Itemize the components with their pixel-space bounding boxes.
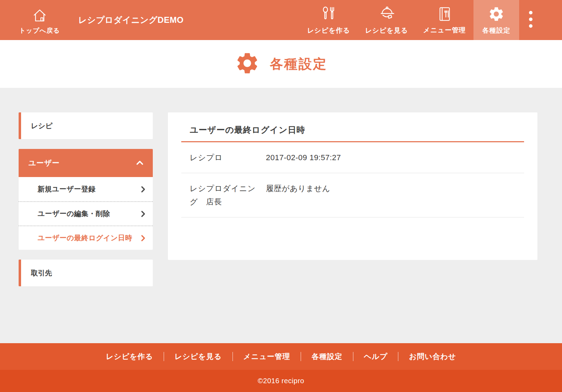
app-header: トップへ戻る レシプロダイニングDEMO レシピを作る bbox=[0, 0, 562, 40]
footer-link-view-recipe[interactable]: レシピを見る bbox=[164, 352, 232, 361]
chevron-up-icon bbox=[135, 158, 144, 168]
sidebar-group-user-items: 新規ユーザー登録 ユーザーの編集・削除 ユーザーの最終ログイン日時 bbox=[19, 177, 153, 250]
sidebar-group-user-header[interactable]: ユーザー bbox=[19, 149, 153, 177]
footer-link-settings[interactable]: 各種設定 bbox=[301, 352, 353, 361]
sidebar-item-recipe[interactable]: レシピ bbox=[19, 112, 153, 139]
user-name: レシプロ bbox=[190, 151, 260, 164]
last-login-value: 履歴がありません bbox=[266, 182, 330, 208]
vertical-dots-icon bbox=[529, 11, 533, 30]
brand-title: レシプロダイニングDEMO bbox=[78, 14, 184, 26]
sidebar-group-user: ユーザー 新規ユーザー登録 ユーザーの編集・削除 bbox=[19, 149, 153, 250]
nav-label: 各種設定 bbox=[482, 26, 510, 35]
sidebar-item-edit-delete-user[interactable]: ユーザーの編集・削除 bbox=[19, 201, 153, 226]
overflow-menu-button[interactable] bbox=[519, 0, 542, 40]
sidebar-item-new-user-registration[interactable]: 新規ユーザー登録 bbox=[19, 177, 153, 201]
nav-item-create-recipe[interactable]: レシピを作る bbox=[300, 0, 358, 40]
header-nav: レシピを作る レシピを見る bbox=[300, 0, 562, 40]
sidebar-item-label: 取引先 bbox=[31, 268, 52, 278]
content-area: レシピ ユーザー 新規ユーザー登録 ユーザーの編集・削除 bbox=[0, 88, 562, 343]
user-name: レシプロダイニング 店長 bbox=[190, 182, 260, 208]
last-login-value: 2017-02-09 19:57:27 bbox=[266, 151, 341, 164]
table-row: レシプロ 2017-02-09 19:57:27 bbox=[181, 142, 524, 173]
footer-link-help[interactable]: ヘルプ bbox=[353, 352, 398, 361]
page-title-section: 各種設定 bbox=[0, 40, 562, 88]
sidebar-item-label: ユーザーの最終ログイン日時 bbox=[38, 233, 132, 243]
last-login-panel: ユーザーの最終ログイン日時 レシプロ 2017-02-09 19:57:27 レ… bbox=[168, 112, 537, 260]
menu-book-icon bbox=[437, 6, 453, 24]
cloche-icon bbox=[378, 6, 395, 24]
footer-link-create-recipe[interactable]: レシピを作る bbox=[96, 352, 164, 361]
sidebar-item-label: ユーザーの編集・削除 bbox=[38, 209, 110, 218]
gear-icon bbox=[235, 51, 260, 77]
chevron-right-icon bbox=[139, 210, 147, 218]
nav-label: レシピを見る bbox=[365, 26, 408, 35]
back-to-top-label: トップへ戻る bbox=[19, 26, 60, 35]
sidebar-group-label: ユーザー bbox=[28, 158, 60, 168]
chevron-right-icon bbox=[139, 234, 147, 242]
nav-item-view-recipe[interactable]: レシピを見る bbox=[358, 0, 416, 40]
copyright-text: ©2016 recipro bbox=[258, 377, 304, 385]
nav-label: メニュー管理 bbox=[423, 26, 466, 35]
footer-link-menu-management[interactable]: メニュー管理 bbox=[233, 352, 301, 361]
nav-item-settings[interactable]: 各種設定 bbox=[473, 0, 519, 40]
chevron-right-icon bbox=[139, 185, 147, 194]
home-icon bbox=[32, 8, 47, 25]
sidebar-item-label: 新規ユーザー登録 bbox=[38, 184, 96, 194]
sidebar-item-partner[interactable]: 取引先 bbox=[19, 260, 153, 286]
nav-item-menu-management[interactable]: メニュー管理 bbox=[416, 0, 473, 40]
panel-heading: ユーザーの最終ログイン日時 bbox=[181, 124, 524, 142]
sidebar-item-label: レシピ bbox=[31, 121, 52, 131]
nav-label: レシピを作る bbox=[307, 26, 350, 35]
utensils-icon bbox=[320, 6, 337, 24]
page-title: 各種設定 bbox=[270, 55, 327, 73]
back-to-top-button[interactable]: トップへ戻る bbox=[14, 0, 65, 40]
settings-sidebar: レシピ ユーザー 新規ユーザー登録 ユーザーの編集・削除 bbox=[19, 112, 153, 296]
footer-link-contact[interactable]: お問い合わせ bbox=[398, 352, 466, 361]
footer-nav: レシピを作る レシピを見る メニュー管理 各種設定 ヘルプ お問い合わせ bbox=[0, 343, 562, 370]
sidebar-item-user-last-login[interactable]: ユーザーの最終ログイン日時 bbox=[19, 226, 153, 250]
copyright-bar: ©2016 recipro bbox=[0, 370, 562, 392]
gear-icon bbox=[488, 6, 505, 24]
table-row: レシプロダイニング 店長 履歴がありません bbox=[181, 173, 524, 217]
